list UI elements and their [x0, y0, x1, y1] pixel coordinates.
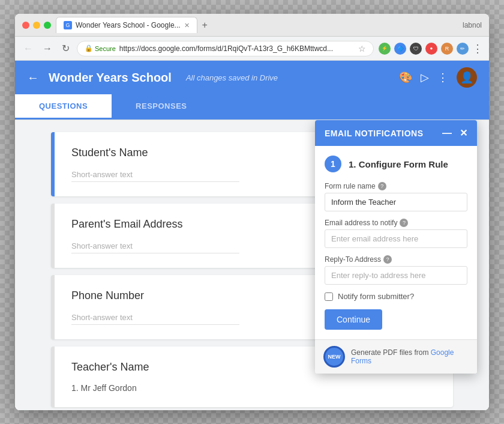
- active-tab[interactable]: G Wonder Years School - Google... ✕: [56, 17, 197, 33]
- new-badge: NEW: [323, 346, 345, 368]
- form-title: Wonder Years School: [49, 71, 172, 85]
- address-bar: ← → ↻ 🔒 Secure https://docs.google.com/f…: [15, 37, 489, 61]
- avatar[interactable]: 👤: [457, 67, 477, 88]
- field-hint-students-name: Short-answer text: [71, 170, 239, 182]
- help-icon-email-notify[interactable]: ?: [400, 219, 408, 227]
- email-notifications-panel: EMAIL NOTIFICATIONS — ✕ 1 1. Configure F…: [315, 120, 477, 374]
- reload-button[interactable]: ↻: [59, 40, 72, 56]
- footer-message: Generate PDF files from Google Forms: [351, 348, 469, 365]
- notify-submitter-label: Notify form submitter?: [338, 292, 414, 301]
- tab-title: Wonder Years School - Google...: [76, 21, 181, 29]
- extension-icon-4[interactable]: ●: [425, 43, 437, 55]
- autosave-status: All changes saved in Drive: [186, 73, 278, 82]
- step-title: 1. Configure Form Rule: [349, 159, 448, 169]
- extension-icon-3[interactable]: 🛡: [410, 43, 422, 55]
- form-group-rule-name: Form rule name ?: [325, 182, 467, 211]
- form-tabs: QUESTIONS RESPONSES: [15, 94, 489, 120]
- panel-footer: NEW Generate PDF files from Google Forms: [315, 339, 477, 374]
- header-actions: 🎨 ▷ ⋮ 👤: [399, 67, 477, 88]
- background: G Wonder Years School - Google... ✕ + la…: [0, 0, 504, 424]
- panel-minimize-icon[interactable]: —: [442, 128, 452, 139]
- panel-close-icon[interactable]: ✕: [460, 127, 468, 139]
- secure-badge: 🔒 Secure: [85, 44, 116, 52]
- label-reply-to: Reply-To Address ?: [325, 255, 467, 264]
- notify-submitter-row: Notify form submitter?: [325, 292, 467, 301]
- tab-responses[interactable]: RESPONSES: [112, 94, 211, 120]
- url-text: https://docs.google.com/forms/d/1RqiQvT-…: [119, 44, 355, 53]
- notify-submitter-checkbox[interactable]: [325, 292, 333, 301]
- tab-close-icon[interactable]: ✕: [184, 22, 190, 29]
- minimize-button[interactable]: [33, 22, 40, 29]
- panel-body: 1 1. Configure Form Rule Form rule name …: [315, 146, 477, 339]
- forward-button[interactable]: →: [40, 41, 55, 56]
- maximize-button[interactable]: [44, 22, 51, 29]
- palette-icon[interactable]: 🎨: [399, 71, 412, 84]
- help-icon-rule-name[interactable]: ?: [378, 182, 386, 190]
- window-label: labnol: [463, 21, 482, 29]
- title-bar: G Wonder Years School - Google... ✕ + la…: [15, 14, 489, 37]
- help-icon-reply-to[interactable]: ?: [383, 255, 392, 264]
- tab-favicon: G: [64, 21, 72, 29]
- more-options-icon[interactable]: ⋮: [437, 71, 448, 84]
- step-header: 1 1. Configure Form Rule: [325, 156, 467, 172]
- teacher-dropdown-item: 1. Mr Jeff Gordon: [71, 383, 436, 393]
- browser-window: G Wonder Years School - Google... ✕ + la…: [15, 14, 489, 410]
- extension-icon-6[interactable]: ✏: [457, 43, 469, 55]
- traffic-lights: [22, 22, 51, 29]
- input-rule-name[interactable]: [325, 193, 467, 211]
- extension-icon-1[interactable]: ⚡: [379, 43, 391, 55]
- tab-questions[interactable]: QUESTIONS: [15, 94, 112, 120]
- panel-header: EMAIL NOTIFICATIONS — ✕: [315, 120, 477, 146]
- panel-header-icons: — ✕: [442, 127, 467, 139]
- url-bar[interactable]: 🔒 Secure https://docs.google.com/forms/d…: [77, 41, 374, 56]
- new-tab-button[interactable]: +: [202, 20, 208, 31]
- close-button[interactable]: [22, 22, 29, 29]
- browser-more-icon[interactable]: ⋮: [472, 42, 483, 55]
- input-email-notify[interactable]: [325, 229, 467, 248]
- field-hint-phone-number: Short-answer text: [71, 313, 239, 325]
- continue-button[interactable]: Continue: [325, 309, 382, 330]
- browser-toolbar-icons: ⚡ 🔷 🛡 ● R ✏ ⋮: [379, 42, 483, 55]
- extension-icon-2[interactable]: 🔷: [394, 43, 406, 55]
- tab-area: G Wonder Years School - Google... ✕ +: [56, 17, 458, 33]
- forms-header: ← Wonder Years School All changes saved …: [15, 61, 489, 94]
- main-content: Student's Name Short-answer text Parent'…: [15, 120, 489, 410]
- bookmark-icon[interactable]: ☆: [358, 44, 366, 53]
- form-group-reply-to: Reply-To Address ?: [325, 255, 467, 285]
- send-icon[interactable]: ▷: [421, 71, 429, 84]
- extension-icon-5[interactable]: R: [441, 43, 453, 55]
- forms-back-button[interactable]: ←: [27, 71, 39, 85]
- panel-title: EMAIL NOTIFICATIONS: [325, 129, 424, 138]
- step-badge: 1: [325, 156, 341, 172]
- label-email-notify: Email address to notify ?: [325, 219, 467, 227]
- back-button[interactable]: ←: [21, 41, 35, 56]
- field-hint-parents-email: Short-answer text: [71, 241, 239, 253]
- label-rule-name: Form rule name ?: [325, 182, 467, 190]
- form-group-email-notify: Email address to notify ?: [325, 219, 467, 248]
- input-reply-to[interactable]: [325, 266, 467, 285]
